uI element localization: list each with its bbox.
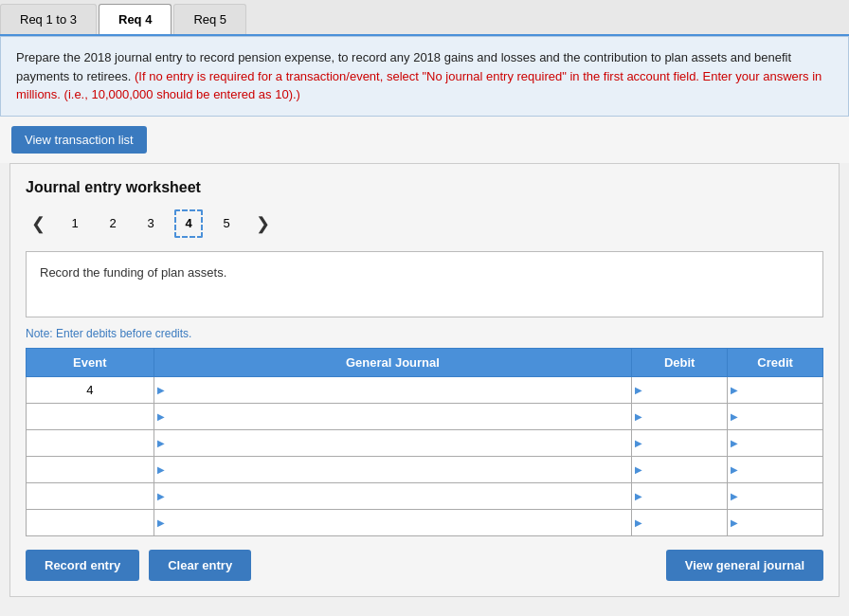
tab-req5[interactable]: Req 5 (173, 4, 246, 34)
event-cell (27, 403, 154, 429)
instructions-red: (If no entry is required for a transacti… (16, 69, 822, 102)
journal-input[interactable] (154, 377, 632, 403)
page-1[interactable]: 1 (61, 209, 89, 238)
journal-arrow-icon: ▶ (157, 464, 165, 475)
clear-entry-button[interactable]: Clear entry (149, 550, 251, 581)
journal-arrow-icon: ▶ (157, 438, 165, 448)
credit-arrow-icon: ▶ (731, 464, 738, 475)
debit-input[interactable] (632, 377, 727, 403)
col-general-journal: General Journal (154, 348, 632, 376)
event-cell (27, 429, 154, 456)
col-event: Event (27, 348, 154, 376)
credit-input[interactable] (728, 510, 822, 535)
journal-cell[interactable]: ▶ (154, 482, 632, 509)
page-2[interactable]: 2 (99, 209, 127, 238)
debit-arrow-icon: ▶ (635, 491, 642, 501)
tab-req1to3[interactable]: Req 1 to 3 (0, 4, 97, 34)
page-3[interactable]: 3 (136, 209, 165, 238)
worksheet-container: Journal entry worksheet ❮ 1 2 3 4 5 ❯ Re… (9, 163, 840, 597)
bottom-bar: Prev 17 of 30 ∷ Next (0, 607, 849, 617)
journal-arrow-icon: ▶ (157, 491, 165, 501)
debit-arrow-icon: ▶ (635, 517, 642, 528)
credit-cell[interactable]: ▶ (728, 429, 823, 456)
debit-arrow-icon: ▶ (635, 385, 642, 395)
credit-input[interactable] (728, 377, 822, 403)
debit-input[interactable] (632, 404, 727, 429)
journal-cell[interactable]: ▶ (154, 456, 632, 482)
description-box: Record the funding of plan assets. (26, 251, 823, 317)
journal-arrow-icon: ▶ (157, 385, 165, 395)
credit-input[interactable] (728, 404, 822, 429)
credit-cell[interactable]: ▶ (728, 376, 823, 403)
debit-cell[interactable]: ▶ (632, 456, 728, 482)
credit-input[interactable] (728, 457, 822, 482)
debit-arrow-icon: ▶ (635, 464, 642, 475)
instructions-panel: Prepare the 2018 journal entry to record… (0, 36, 849, 117)
journal-input[interactable] (154, 457, 632, 482)
table-row: 4▶▶▶ (27, 376, 823, 403)
action-buttons: Record entry Clear entry View general jo… (26, 550, 823, 581)
worksheet-title: Journal entry worksheet (26, 179, 823, 196)
journal-table: Event General Journal Debit Credit 4▶▶▶▶… (26, 348, 823, 536)
journal-input[interactable] (154, 483, 632, 509)
credit-input[interactable] (728, 483, 822, 509)
debit-arrow-icon: ▶ (635, 411, 642, 422)
credit-arrow-icon: ▶ (731, 438, 738, 448)
debit-input[interactable] (632, 483, 727, 509)
debit-cell[interactable]: ▶ (632, 482, 728, 509)
credit-input[interactable] (728, 430, 822, 456)
description-text: Record the funding of plan assets. (40, 265, 226, 280)
note-text: Note: Enter debits before credits. (26, 327, 823, 340)
debit-input[interactable] (632, 430, 727, 456)
table-row: ▶▶▶ (27, 456, 823, 482)
credit-arrow-icon: ▶ (731, 517, 738, 528)
journal-input[interactable] (154, 404, 632, 429)
journal-arrow-icon: ▶ (157, 411, 165, 422)
prev-page-arrow[interactable]: ❮ (26, 211, 51, 236)
credit-arrow-icon: ▶ (731, 411, 738, 422)
debit-cell[interactable]: ▶ (632, 403, 728, 429)
credit-cell[interactable]: ▶ (728, 403, 823, 429)
debit-input[interactable] (632, 510, 727, 535)
journal-cell[interactable]: ▶ (154, 403, 632, 429)
table-row: ▶▶▶ (27, 482, 823, 509)
toolbar: View transaction list (0, 117, 849, 163)
debit-arrow-icon: ▶ (635, 438, 642, 448)
journal-input[interactable] (154, 430, 632, 456)
table-row: ▶▶▶ (27, 509, 823, 535)
table-row: ▶▶▶ (27, 403, 823, 429)
page-4[interactable]: 4 (174, 209, 203, 238)
record-entry-button[interactable]: Record entry (26, 550, 139, 581)
debit-cell[interactable]: ▶ (632, 509, 728, 535)
journal-cell[interactable]: ▶ (154, 429, 632, 456)
debit-cell[interactable]: ▶ (632, 429, 728, 456)
next-page-arrow[interactable]: ❯ (250, 211, 276, 236)
tabs-bar: Req 1 to 3 Req 4 Req 5 (0, 0, 849, 36)
credit-arrow-icon: ▶ (731, 491, 738, 501)
credit-cell[interactable]: ▶ (728, 509, 823, 535)
journal-arrow-icon: ▶ (157, 517, 165, 528)
tab-req4[interactable]: Req 4 (99, 4, 172, 34)
event-cell (27, 509, 154, 535)
debit-cell[interactable]: ▶ (632, 376, 728, 403)
event-cell (27, 456, 154, 482)
credit-cell[interactable]: ▶ (728, 482, 823, 509)
credit-arrow-icon: ▶ (731, 385, 738, 395)
view-transaction-button[interactable]: View transaction list (11, 126, 147, 154)
journal-cell[interactable]: ▶ (154, 509, 632, 535)
journal-cell[interactable]: ▶ (154, 376, 632, 403)
col-debit: Debit (632, 348, 728, 376)
page-5[interactable]: 5 (212, 209, 241, 238)
debit-input[interactable] (632, 457, 727, 482)
table-row: ▶▶▶ (27, 429, 823, 456)
event-cell (27, 482, 154, 509)
col-credit: Credit (728, 348, 823, 376)
journal-input[interactable] (154, 510, 632, 535)
view-general-journal-button[interactable]: View general journal (666, 550, 823, 581)
page-nav: ❮ 1 2 3 4 5 ❯ (26, 209, 823, 238)
event-cell: 4 (27, 376, 154, 403)
credit-cell[interactable]: ▶ (728, 456, 823, 482)
